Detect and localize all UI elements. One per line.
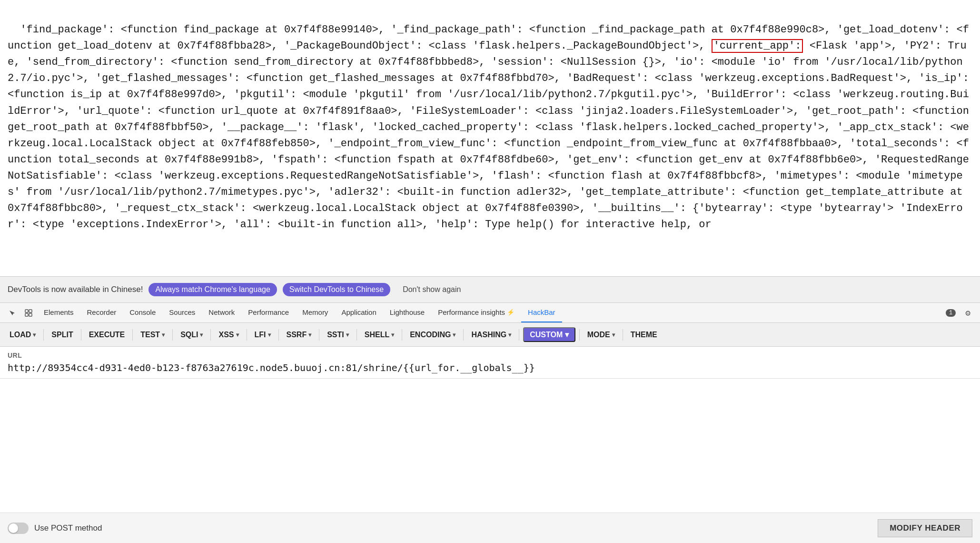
separator-7 bbox=[278, 329, 279, 341]
lfi-button[interactable]: LFI ▾ bbox=[251, 329, 275, 341]
switch-devtools-chinese-button[interactable]: Switch DevTools to Chinese bbox=[283, 283, 390, 296]
encoding-arrow-icon: ▾ bbox=[453, 332, 455, 338]
theme-button[interactable]: THEME bbox=[627, 329, 661, 341]
tab-recorder[interactable]: Recorder bbox=[80, 303, 123, 322]
notification-bar: DevTools is now available in Chinese! Al… bbox=[0, 276, 980, 303]
split-button[interactable]: SPLIT bbox=[48, 329, 77, 341]
separator-9 bbox=[356, 329, 357, 341]
lfi-arrow-icon: ▾ bbox=[268, 332, 271, 338]
mode-arrow-icon: ▾ bbox=[612, 332, 615, 338]
tab-memory[interactable]: Memory bbox=[296, 303, 335, 322]
ssti-button[interactable]: SSTI ▾ bbox=[323, 329, 353, 341]
separator-4 bbox=[172, 329, 173, 341]
tab-performance-insights[interactable]: Performance insights ⚡ bbox=[431, 303, 521, 322]
separator-2 bbox=[81, 329, 81, 341]
tab-application[interactable]: Application bbox=[335, 303, 383, 322]
notification-text: DevTools is now available in Chinese! bbox=[8, 285, 143, 294]
mode-button[interactable]: MODE ▾ bbox=[584, 329, 619, 341]
separator-10 bbox=[402, 329, 402, 341]
sqli-button[interactable]: SQLI ▾ bbox=[177, 329, 207, 341]
badge-container: 1 bbox=[938, 309, 960, 317]
url-section: URL bbox=[0, 347, 980, 378]
tab-sources[interactable]: Sources bbox=[162, 303, 202, 322]
dont-show-again-button[interactable]: Don't show again bbox=[396, 283, 467, 296]
separator-5 bbox=[210, 329, 211, 341]
code-content: 'find_package': <function find_package a… bbox=[0, 0, 980, 276]
tab-elements[interactable]: Elements bbox=[37, 303, 80, 322]
highlighted-current-app: 'current_app': bbox=[712, 39, 803, 53]
custom-button[interactable]: CUSTOM ▾ bbox=[523, 327, 575, 342]
svg-rect-3 bbox=[29, 313, 32, 316]
sqli-arrow-icon: ▾ bbox=[200, 332, 203, 338]
use-post-container: Use POST method bbox=[8, 523, 102, 534]
settings-gear-icon[interactable]: ⚙ bbox=[960, 308, 976, 318]
code-text: 'find_package': <function find_package a… bbox=[8, 24, 975, 231]
url-label: URL bbox=[8, 352, 972, 359]
ssti-arrow-icon: ▾ bbox=[346, 332, 349, 338]
use-post-toggle[interactable] bbox=[8, 523, 29, 534]
hashing-button[interactable]: HASHING ▾ bbox=[467, 329, 515, 341]
execute-button[interactable]: EXECUTE bbox=[85, 329, 129, 341]
modify-header-button[interactable]: MODIFY HEADER bbox=[878, 519, 972, 537]
xss-arrow-icon: ▾ bbox=[236, 332, 239, 338]
devtools-tabs-bar: Elements Recorder Console Sources Networ… bbox=[0, 303, 980, 323]
separator-12 bbox=[519, 329, 519, 341]
inspect-icon[interactable] bbox=[20, 303, 37, 322]
use-post-label: Use POST method bbox=[34, 523, 102, 533]
hashing-arrow-icon: ▾ bbox=[508, 332, 511, 338]
ssrf-button[interactable]: SSRF ▾ bbox=[283, 329, 316, 341]
svg-rect-1 bbox=[29, 310, 32, 312]
bottom-bar: Use POST method MODIFY HEADER bbox=[0, 513, 980, 543]
separator-13 bbox=[579, 329, 580, 341]
tab-performance[interactable]: Performance bbox=[241, 303, 296, 322]
test-button[interactable]: TEST ▾ bbox=[137, 329, 168, 341]
svg-rect-2 bbox=[25, 313, 28, 316]
shell-arrow-icon: ▾ bbox=[391, 332, 394, 338]
separator-3 bbox=[132, 329, 133, 341]
tab-lighthouse[interactable]: Lighthouse bbox=[383, 303, 431, 322]
load-arrow-icon: ▾ bbox=[33, 332, 36, 338]
hackbar-toolbar: LOAD ▾ SPLIT EXECUTE TEST ▾ SQLI ▾ XSS ▾… bbox=[0, 323, 980, 347]
xss-button[interactable]: XSS ▾ bbox=[215, 329, 242, 341]
tab-console[interactable]: Console bbox=[123, 303, 162, 322]
load-button[interactable]: LOAD ▾ bbox=[6, 329, 40, 341]
tab-hackbar[interactable]: HackBar bbox=[521, 303, 562, 322]
notification-badge: 1 bbox=[946, 309, 956, 317]
cursor-icon[interactable] bbox=[4, 303, 20, 322]
tab-network[interactable]: Network bbox=[202, 303, 241, 322]
shell-button[interactable]: SHELL ▾ bbox=[361, 329, 398, 341]
separator-6 bbox=[247, 329, 247, 341]
separator-11 bbox=[463, 329, 464, 341]
separator-1 bbox=[43, 329, 44, 341]
separator-14 bbox=[623, 329, 623, 341]
url-input[interactable] bbox=[8, 361, 972, 374]
test-arrow-icon: ▾ bbox=[162, 332, 165, 338]
ssrf-arrow-icon: ▾ bbox=[308, 332, 311, 338]
encoding-button[interactable]: ENCODING ▾ bbox=[406, 329, 459, 341]
always-match-language-button[interactable]: Always match Chrome's language bbox=[148, 283, 277, 296]
custom-arrow-icon: ▾ bbox=[565, 331, 569, 339]
separator-8 bbox=[319, 329, 319, 341]
toggle-knob bbox=[9, 523, 18, 533]
svg-rect-0 bbox=[25, 310, 28, 312]
performance-insights-icon: ⚡ bbox=[507, 309, 515, 316]
